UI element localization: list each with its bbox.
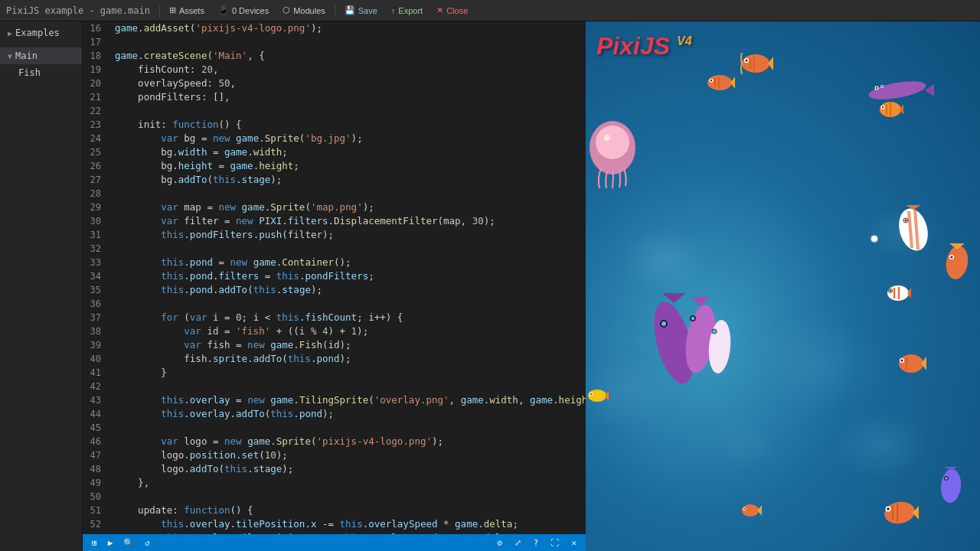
line-content	[112, 297, 586, 311]
sidebar: ▶ Examples ▼ Main Fish	[0, 21, 83, 551]
line-content: for (var i = 0; i < this.fishCount; i++)…	[112, 311, 586, 324]
line-content: var logo = new game.Sprite('pixijs-v4-lo…	[112, 435, 586, 448]
line-content: bg.width = game.width;	[112, 145, 586, 159]
app-title: PixiJS example - game.main	[6, 5, 150, 16]
assets-button[interactable]: ⊞ Assets	[163, 2, 211, 19]
fish-orange-1	[739, 51, 773, 77]
fullscreen-icon[interactable]: ⛶	[547, 537, 562, 549]
line-number: 41	[83, 366, 112, 380]
help-icon[interactable]: ?	[531, 537, 542, 549]
svg-marker-1	[768, 57, 773, 70]
devices-icon: 📱	[218, 5, 229, 15]
code-line: 41 }	[83, 366, 586, 380]
line-content: logo.addTo(this.stage);	[112, 462, 586, 476]
code-editor[interactable]: 1game.module(2 'game.main'3)4.require(5 …	[83, 21, 586, 534]
sidebar-item-fish-label: Fish	[18, 67, 41, 78]
line-number: 39	[83, 338, 112, 352]
line-number: 48	[83, 462, 112, 476]
code-line: 31 this.pondFilters.push(filter);	[83, 228, 586, 242]
svg-point-24	[590, 393, 592, 395]
code-line: 52 this.overlay.tilePosition.x -= this.o…	[83, 517, 586, 531]
line-number: 26	[83, 159, 112, 173]
fish-orange-2	[704, 71, 735, 94]
svg-point-45	[713, 330, 716, 333]
svg-point-42	[691, 317, 694, 320]
refresh-icon[interactable]: ↺	[142, 537, 153, 549]
line-number: 22	[83, 104, 112, 118]
grid-icon[interactable]: ⊞	[89, 537, 100, 549]
svg-point-70	[887, 507, 890, 510]
line-number: 36	[83, 297, 112, 311]
fish-purple-br	[938, 467, 965, 505]
svg-marker-64	[757, 505, 762, 516]
svg-point-38	[662, 321, 666, 326]
line-number: 16	[83, 21, 112, 35]
line-number: 23	[83, 118, 112, 132]
svg-point-63	[742, 504, 759, 517]
app-subtitle: game.main	[100, 5, 150, 16]
svg-marker-59	[921, 357, 926, 370]
svg-point-57	[890, 290, 891, 292]
code-line: 48 logo.addTo(this.stage);	[83, 462, 586, 476]
line-content	[112, 490, 586, 504]
close-preview-icon[interactable]: ✕	[568, 537, 580, 549]
line-content: fish.sprite.addTo(this.pond);	[112, 352, 586, 366]
settings-icon[interactable]: ⚙	[494, 537, 505, 549]
play-icon[interactable]: ▶	[105, 537, 116, 549]
line-number: 25	[83, 145, 112, 159]
sidebar-item-fish[interactable]: Fish	[0, 64, 82, 81]
save-icon: 💾	[345, 5, 355, 15]
code-line: 19 fishCount: 20,	[83, 63, 586, 77]
close-button[interactable]: ✕ Close	[430, 2, 474, 19]
line-number: 46	[83, 435, 112, 448]
svg-point-6	[707, 75, 732, 90]
line-content: bg.addTo(this.stage);	[112, 173, 586, 187]
line-content: this.pond.filters = this.pondFilters;	[112, 269, 586, 283]
fish-orange-rc	[896, 350, 926, 377]
code-line: 18game.createScene('Main', {	[83, 49, 586, 63]
code-line: 29 var map = new game.Sprite('map.png');	[83, 201, 586, 214]
line-number: 35	[83, 283, 112, 297]
svg-point-73	[939, 468, 962, 504]
line-content	[112, 242, 586, 256]
code-line: 33 this.pond = new game.Container();	[83, 256, 586, 269]
examples-expand-icon: ▶	[8, 29, 12, 37]
fish-yellow	[586, 386, 609, 406]
save-label: Save	[358, 6, 377, 15]
devices-button[interactable]: 📱 0 Devices	[212, 2, 275, 19]
toolbar: PixiJS example - game.main ⊞ Assets 📱 0 …	[0, 0, 980, 21]
svg-point-17	[881, 86, 883, 87]
sidebar-item-main[interactable]: ▼ Main	[0, 47, 82, 64]
assets-label: Assets	[179, 6, 204, 15]
modules-button[interactable]: ⬡ Modules	[276, 2, 332, 19]
toolbar-sep-1	[159, 5, 160, 17]
line-content	[112, 187, 586, 201]
export-icon: ↑	[391, 6, 396, 15]
bottom-toolbar: ⊞ ▶ 🔍 ↺ ⚙ ⤢ ? ⛶ ✕	[83, 534, 586, 551]
line-content: update: function() {	[112, 504, 586, 517]
share-icon[interactable]: ⤢	[511, 537, 524, 549]
sidebar-section-main: ▼ Main Fish	[0, 44, 82, 84]
search-icon[interactable]: 🔍	[120, 537, 137, 549]
line-number: 20	[83, 77, 112, 90]
line-number: 24	[83, 132, 112, 145]
line-content	[112, 380, 586, 393]
line-content: var fish = new game.Fish(id);	[112, 338, 586, 352]
save-button[interactable]: 💾 Save	[338, 2, 384, 19]
svg-point-20	[604, 135, 610, 141]
line-number: 49	[83, 476, 112, 490]
sidebar-item-examples[interactable]: ▶ Examples	[0, 24, 82, 41]
export-button[interactable]: ↑ Export	[385, 2, 429, 19]
svg-point-15	[876, 87, 877, 89]
code-line: 40 fish.sprite.addTo(this.pond);	[83, 352, 586, 366]
fish-orange-small-bottom	[739, 501, 762, 520]
fish-pink-jelly	[586, 121, 639, 190]
line-number: 38	[83, 324, 112, 338]
line-number: 32	[83, 242, 112, 256]
code-line: 35 this.pond.addTo(this.stage);	[83, 283, 586, 297]
line-content: var id = 'fish' + ((i % 4) + 1);	[112, 324, 586, 338]
export-label: Export	[398, 6, 423, 15]
pixijs-logo: PixiJS V4	[596, 32, 692, 60]
code-line: 26 bg.height = game.height;	[83, 159, 586, 173]
line-number: 50	[83, 490, 112, 504]
